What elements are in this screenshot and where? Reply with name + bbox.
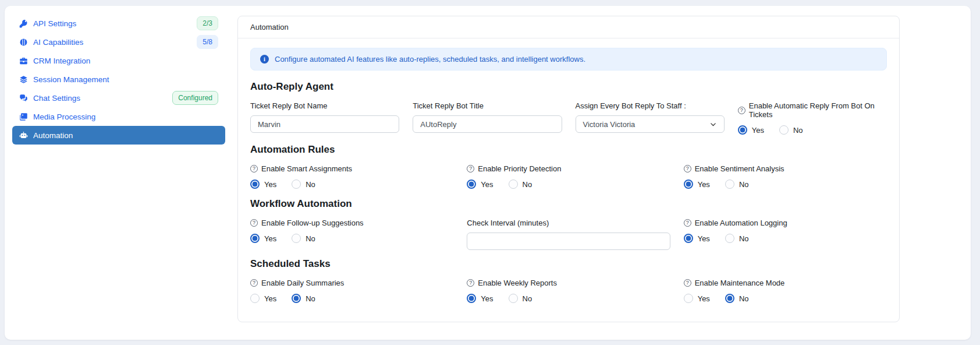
radio-option-no[interactable]: No	[509, 179, 532, 189]
radio-button-yes[interactable]	[250, 234, 260, 243]
radio-option-yes[interactable]: Yes	[250, 179, 276, 189]
radio-option-no[interactable]: No	[292, 294, 315, 303]
radio-button-yes[interactable]	[684, 234, 693, 243]
help-icon: ?	[250, 165, 258, 172]
panel-title: Automation	[238, 16, 899, 38]
radio-button-no[interactable]	[509, 179, 518, 189]
sidebar-item-ai-capabilities[interactable]: AI Capabilities 5/8	[12, 33, 225, 51]
bot-title-input[interactable]	[413, 115, 562, 133]
sidebar-item-crm-integration[interactable]: CRM Integration	[12, 51, 225, 70]
radio-button-yes[interactable]	[684, 294, 693, 303]
maintenance-mode-label: ? Enable Maintenance Mode	[684, 279, 887, 287]
radio-option-yes[interactable]: Yes	[684, 234, 710, 243]
radio-button-no[interactable]	[292, 179, 301, 189]
radio-button-no[interactable]	[779, 125, 789, 135]
toggle-label-text: Enable Daily Summaries	[261, 279, 344, 287]
radio-label-yes: Yes	[752, 126, 764, 135]
radio-option-yes[interactable]: Yes	[250, 234, 276, 243]
sidebar-item-session-management[interactable]: Session Management	[12, 70, 225, 89]
sidebar-item-label: CRM Integration	[33, 57, 90, 65]
radio-label-yes: Yes	[481, 180, 493, 189]
info-alert: i Configure automated AI features like a…	[250, 48, 887, 71]
radio-button-yes[interactable]	[467, 294, 476, 303]
sidebar-item-label: Automation	[33, 131, 73, 140]
radio-button-no[interactable]	[292, 294, 301, 303]
bot-name-field-group: Ticket Reply Bot Name	[250, 101, 399, 136]
section-heading-workflow: Workflow Automation	[250, 198, 887, 210]
sidebar-item-chat-settings[interactable]: Chat Settings Configured	[12, 89, 225, 107]
info-icon: i	[260, 55, 269, 64]
radio-button-no[interactable]	[725, 234, 734, 243]
toggle-label-text: Enable Automation Logging	[695, 219, 787, 227]
briefcase-icon	[19, 57, 28, 65]
radio-option-no[interactable]: No	[509, 294, 532, 303]
radio-label-yes: Yes	[698, 180, 710, 189]
sidebar-item-label: API Settings	[33, 19, 76, 28]
bot-name-input[interactable]	[250, 115, 399, 133]
radio-option-yes[interactable]: Yes	[738, 125, 764, 135]
sidebar-item-automation[interactable]: Automation	[12, 126, 225, 145]
radio-label-no: No	[739, 180, 749, 189]
radio-label-yes: Yes	[698, 294, 710, 303]
followup-toggle-group: ? Enable Follow-up Suggestions Yes No	[250, 219, 453, 250]
settings-sidebar: API Settings 2/3 AI Capabilities 5/8 CRM…	[12, 14, 225, 145]
help-icon: ?	[467, 279, 474, 287]
radio-option-yes[interactable]: Yes	[684, 294, 710, 303]
toggle-label-text: Enable Follow-up Suggestions	[261, 219, 364, 227]
radio-option-no[interactable]: No	[292, 179, 315, 189]
radio-label-yes: Yes	[264, 234, 276, 243]
section-heading-scheduled: Scheduled Tasks	[250, 258, 887, 270]
workflow-row: ? Enable Follow-up Suggestions Yes No Ch…	[250, 219, 887, 250]
help-icon: ?	[738, 107, 745, 114]
status-badge: 5/8	[197, 35, 218, 49]
radio-button-no[interactable]	[725, 179, 734, 189]
help-icon: ?	[684, 279, 691, 287]
radio-button-no[interactable]	[509, 294, 518, 303]
radio-button-yes[interactable]	[684, 179, 693, 189]
section-heading-auto-reply: Auto-Reply Agent	[250, 81, 887, 93]
radio-button-yes[interactable]	[250, 179, 260, 189]
bot-title-label: Ticket Reply Bot Title	[413, 101, 562, 110]
priority-detection-radio-group: Yes No	[467, 178, 670, 190]
auto-reply-radio-group: Yes No	[738, 124, 887, 136]
toggle-label-text: Enable Maintenance Mode	[695, 279, 785, 287]
weekly-reports-toggle-group: ? Enable Weekly Reports Yes No	[467, 279, 670, 304]
radio-option-no[interactable]: No	[725, 294, 749, 303]
daily-summaries-toggle-group: ? Enable Daily Summaries Yes No	[250, 279, 453, 304]
radio-button-yes[interactable]	[467, 179, 476, 189]
radio-option-yes[interactable]: Yes	[467, 294, 493, 303]
auto-reply-toggle-label: ? Enable Automatic Reply From Bot On Tic…	[738, 101, 887, 119]
radio-button-yes[interactable]	[250, 294, 260, 303]
info-alert-text: Configure automated AI features like aut…	[275, 55, 585, 64]
daily-summaries-radio-group: Yes No	[250, 293, 453, 304]
assign-staff-select[interactable]: Victoria Victoria	[576, 115, 725, 133]
radio-option-yes[interactable]: Yes	[684, 179, 710, 189]
help-icon: ?	[467, 165, 474, 172]
radio-label-yes: Yes	[481, 294, 493, 303]
sidebar-item-api-settings[interactable]: API Settings 2/3	[12, 14, 225, 33]
key-icon	[19, 19, 28, 28]
weekly-reports-radio-group: Yes No	[467, 293, 670, 304]
radio-label-no: No	[306, 234, 315, 243]
photo-icon	[19, 112, 28, 121]
radio-option-no[interactable]: No	[779, 125, 803, 135]
radio-button-no[interactable]	[292, 234, 301, 243]
radio-option-no[interactable]: No	[725, 179, 749, 189]
weekly-reports-label: ? Enable Weekly Reports	[467, 279, 670, 287]
radio-label-no: No	[793, 126, 803, 135]
smart-assignments-toggle-group: ? Enable Smart Assignments Yes No	[250, 164, 453, 190]
robot-icon	[19, 131, 28, 140]
comments-icon	[19, 94, 28, 103]
radio-label-no: No	[523, 294, 532, 303]
radio-button-yes[interactable]	[738, 125, 747, 135]
radio-option-yes[interactable]: Yes	[467, 179, 493, 189]
priority-detection-label: ? Enable Priority Detection	[467, 164, 670, 173]
radio-option-no[interactable]: No	[292, 234, 315, 243]
automation-panel: Automation i Configure automated AI feat…	[237, 16, 900, 322]
radio-button-no[interactable]	[725, 294, 734, 303]
radio-option-yes[interactable]: Yes	[250, 294, 276, 303]
sidebar-item-media-processing[interactable]: Media Processing	[12, 107, 225, 126]
radio-option-no[interactable]: No	[725, 234, 749, 243]
check-interval-input[interactable]	[467, 233, 670, 250]
help-icon: ?	[250, 279, 258, 287]
